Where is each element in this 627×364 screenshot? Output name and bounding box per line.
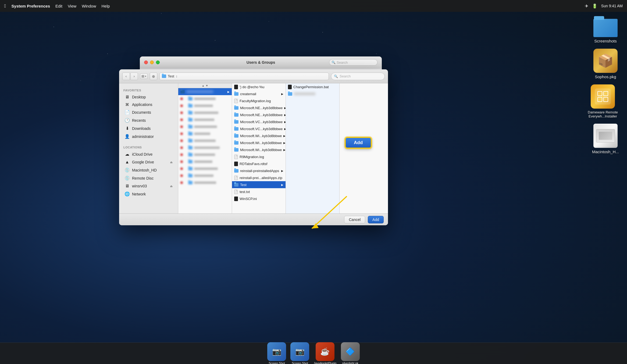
eject-icon-google[interactable]: ⏏ [170, 160, 173, 164]
googledrive-icon: ▲ [124, 160, 130, 165]
view-menu[interactable]: View [68, 4, 76, 8]
blurred-row-5 [178, 123, 232, 130]
file-item-mswi2[interactable]: Microsoft.Wi...kyb3d8bbwe ▶ [232, 139, 286, 146]
blurred-row-12 [178, 172, 232, 179]
sort-up-icon[interactable]: ▲ [202, 84, 205, 87]
desktop-icon-sidebar: 🖥 [124, 95, 130, 99]
sidebar-item-administrator[interactable]: 👤 administrator [120, 133, 177, 140]
sidebar-item-icloud[interactable]: ☁ iCloud Drive [120, 150, 177, 158]
file-item-testtxt[interactable]: test.txt [232, 188, 286, 195]
sub-file-blurred[interactable] [286, 90, 339, 97]
file-column-1: ▲ ▼ ▶ [178, 83, 232, 213]
syspref-search[interactable]: Search [337, 60, 348, 65]
dock-silverlight-icon: 🔷 [341, 342, 360, 361]
finder-sidebar: Favorites 🖥 Desktop ⌘ Applications 📄 Doc… [119, 83, 178, 213]
help-menu[interactable]: Help [101, 4, 110, 8]
file-item-faculty[interactable]: FacultyMigration.log [232, 97, 286, 104]
desktop-icon-sophos[interactable]: 📦 Sophos.pkg [589, 49, 622, 79]
dock-java-applet[interactable]: ☕ JavaAppletPlugin [312, 341, 338, 364]
sidebar-item-applications[interactable]: ⌘ Applications [120, 101, 177, 108]
blurred-row-11 [178, 165, 232, 172]
back-button[interactable]: ‹ [122, 73, 130, 80]
blurred-row-9 [178, 151, 232, 158]
file-column-2: ') do @echo %u createmail ▶ FacultyMigra… [232, 83, 286, 213]
icloud-icon: ☁ [124, 152, 130, 157]
dock-screenshot-1[interactable]: 📷 Screen Shot [266, 341, 288, 364]
finder-content: ▲ ▼ ▶ [178, 83, 388, 213]
maximize-btn[interactable] [156, 60, 160, 64]
close-btn[interactable] [144, 60, 148, 64]
folder-icon-mswi1 [234, 134, 238, 138]
file-item-mswi3[interactable]: Microsoft.Wi...kyb3d8bbwe ▶ [232, 146, 286, 153]
file-item-msne1[interactable]: Microsoft.NE...kyb3d8bbwe ▶ [232, 104, 286, 111]
server-icon: 🖥 [124, 184, 130, 188]
view-selector[interactable]: ⊞ ▾ [140, 73, 148, 79]
file-item-mswi1[interactable]: Microsoft.Wi...kyb3d8bbwe ▶ [232, 132, 286, 139]
desktop-icon-screenshots[interactable]: Screenshots [589, 16, 622, 43]
blurred-row-10 [178, 158, 232, 165]
sidebar-item-remote-disc[interactable]: 💿 Remote Disc [120, 174, 177, 182]
add-button-bottom[interactable]: Add [368, 216, 384, 223]
sidebar-label-documents: Documents [132, 110, 151, 115]
menubar:  System Preferences Edit View Window He… [0, 0, 627, 12]
dock-silverlight[interactable]: 🔷 silverlight.pk [339, 341, 361, 364]
sidebar-item-googledrive[interactable]: ▲ Google Drive ⏏ [120, 158, 177, 166]
eject-icon-winsrv03[interactable]: ⏏ [170, 184, 173, 188]
edit-menu[interactable]: Edit [55, 4, 62, 8]
sidebar-item-macintosh-hd[interactable]: 💿 Macintosh_HD [120, 166, 177, 174]
file-item-createmail[interactable]: createmail ▶ [232, 90, 286, 97]
syspref-titlebar: Users & Groups 🔍 Search [140, 56, 382, 68]
desktop-icon-macintosh-hd[interactable]: Macintosh_H... [589, 124, 622, 154]
file-item-msvc2[interactable]: Microsoft.VC...kyb3d8bbwe ▶ [232, 125, 286, 132]
file-item-reinstall-zip[interactable]: reinstall-prei...alledApps.zip [232, 174, 286, 181]
icon-label-screenshots: Screenshots [594, 39, 617, 43]
file-item-echo[interactable]: ') do @echo %u [232, 83, 286, 90]
desktop-icon-dameware[interactable]: Dameware RemoteEverywh...Installer [584, 84, 622, 118]
sidebar-item-desktop[interactable]: 🖥 Desktop [120, 93, 177, 101]
file-item-winscp[interactable]: WinSCP.ini [232, 195, 286, 202]
file-name-createmail: createmail [240, 92, 256, 96]
hd-icon: 💿 [124, 167, 130, 173]
locations-header: Locations [119, 144, 178, 150]
sidebar-item-downloads[interactable]: ⬇ Downloads [120, 124, 177, 132]
new-folder-button[interactable]: ⊕ [150, 73, 157, 80]
file-name-r9: R9Migration.log [240, 155, 264, 159]
sort-down-icon[interactable]: ▼ [206, 84, 208, 87]
file-item-reinstall[interactable]: reinstall-preinstalledApps ▶ [232, 167, 286, 174]
favorites-header: Favorites [119, 87, 178, 93]
battery-icon: 🔋 [592, 3, 597, 9]
disc-icon: 💿 [124, 176, 130, 181]
location-folder-icon [162, 74, 166, 78]
chevron-test: ▶ [281, 183, 283, 186]
file-item-msvc1[interactable]: Microsoft.VC...kyb3d8bbwe ▶ [232, 118, 286, 125]
file-name-faculty: FacultyMigration.log [240, 99, 271, 103]
apple-menu[interactable]:  [4, 3, 6, 9]
sidebar-item-recents[interactable]: 🕐 Recents [120, 116, 177, 124]
selected-folder-row[interactable]: ▶ [178, 88, 232, 95]
search-bar[interactable]: 🔍 Search [331, 73, 385, 80]
sidebar-item-documents[interactable]: 📄 Documents [120, 108, 177, 116]
search-icon: 🔍 [334, 74, 338, 78]
add-button-in-list[interactable]: Add [345, 137, 372, 148]
location-text: Test [168, 74, 174, 78]
sidebar-item-network[interactable]: 🌐 Network [120, 190, 177, 198]
app-name[interactable]: System Preferences [12, 4, 50, 8]
folder-icon-blurred [288, 92, 292, 96]
sidebar-label-admin: administrator [132, 134, 154, 139]
dock-screenshot-2[interactable]: 📷 Screen Shot [289, 341, 311, 364]
file-column-4: Add [340, 83, 388, 213]
file-name-test: Test [240, 183, 247, 187]
folder-icon-msne1 [234, 106, 238, 110]
location-chevron-icon: ↕ [176, 74, 177, 78]
window-menu[interactable]: Window [82, 4, 96, 8]
file-item-r9[interactable]: R9Migration.log [232, 153, 286, 160]
forward-button[interactable]: › [130, 73, 138, 80]
sub-file-changeperm[interactable]: ChangePermission.bat [286, 83, 339, 90]
sidebar-label-network: Network [132, 192, 146, 196]
file-item-rdtabs[interactable]: RDTabsFavs.rdtsf [232, 160, 286, 167]
sidebar-item-winsrv03[interactable]: 🖥 winsrv03 ⏏ [120, 182, 177, 190]
file-item-test[interactable]: Test ▶ [232, 181, 286, 188]
cancel-button[interactable]: Cancel [344, 216, 365, 223]
file-item-msne2[interactable]: Microsoft.NE...kyb3d8bbwe ▶ [232, 111, 286, 118]
minimize-btn[interactable] [150, 60, 154, 64]
